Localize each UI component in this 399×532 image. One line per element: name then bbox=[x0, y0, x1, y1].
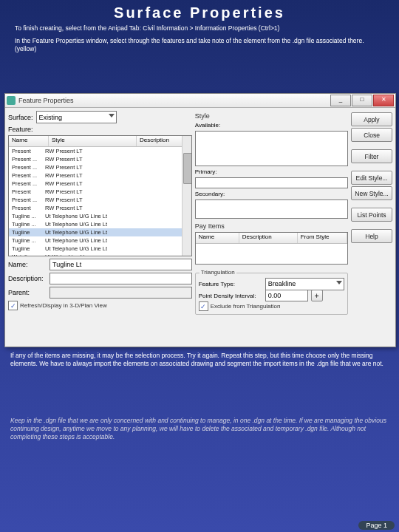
name-label: Name: bbox=[8, 261, 47, 268]
description-input[interactable] bbox=[50, 273, 192, 284]
scrollbar[interactable] bbox=[182, 136, 191, 256]
slide-title: Surface Properties bbox=[0, 0, 399, 23]
help-button[interactable]: Help bbox=[351, 229, 392, 243]
parent-label: Parent: bbox=[8, 289, 47, 296]
table-row[interactable]: Tugline ...Ut Telephone U/G Line Lt bbox=[9, 212, 191, 220]
feature-list[interactable]: Name Style Description PresentRW Present… bbox=[8, 135, 192, 256]
app-icon bbox=[7, 96, 16, 105]
surface-dropdown[interactable]: Existing bbox=[36, 111, 117, 123]
refresh-label: Refresh/Display in 3-D/Plan View bbox=[20, 302, 107, 309]
table-row[interactable]: Present ...RW Present LT bbox=[9, 196, 191, 204]
new-style-button[interactable]: New Style... bbox=[351, 186, 392, 200]
table-row[interactable]: PresentRW Present LT bbox=[9, 147, 191, 155]
point-density-input[interactable]: 0.00 bbox=[265, 290, 308, 301]
subtitle-1: To finish creating, select from the Anip… bbox=[0, 23, 399, 35]
minimize-button[interactable]: _ bbox=[330, 95, 351, 106]
titlebar[interactable]: Feature Properties _ □ ✕ bbox=[5, 94, 395, 108]
locate-button[interactable]: + bbox=[311, 290, 323, 301]
checkbox-icon: ✓ bbox=[8, 301, 18, 310]
surface-label: Surface: bbox=[8, 114, 33, 121]
name-input[interactable]: Tugline Lt bbox=[50, 259, 192, 270]
style-group-label: Style bbox=[195, 112, 348, 120]
triangulation-label: Triangulation bbox=[200, 269, 236, 276]
pi-col-name[interactable]: Name bbox=[196, 233, 239, 243]
feature-label: Feature: bbox=[8, 126, 192, 133]
dialog-title: Feature Properties bbox=[18, 97, 330, 104]
description-label: Description: bbox=[8, 275, 47, 282]
secondary-label: Secondary: bbox=[195, 191, 348, 197]
available-label: Available: bbox=[195, 122, 348, 129]
feature-list-header: Name Style Description bbox=[9, 136, 191, 147]
page-number: Page 1 bbox=[358, 521, 395, 530]
table-row[interactable]: WatelinUt Water Line Lt bbox=[9, 253, 191, 256]
point-density-label: Point Density Interval: bbox=[199, 293, 262, 299]
feature-type-dropdown[interactable]: Breakline bbox=[265, 278, 344, 290]
table-row[interactable]: PresentRW Present LT bbox=[9, 188, 191, 196]
col-style[interactable]: Style bbox=[49, 136, 137, 146]
table-row[interactable]: Present ...RW Present LT bbox=[9, 180, 191, 188]
body-text-1: If any of the items are missing, it may … bbox=[0, 349, 399, 371]
primary-field[interactable] bbox=[195, 177, 348, 188]
feature-properties-dialog: Feature Properties _ □ ✕ Surface: Existi… bbox=[4, 93, 396, 347]
table-row[interactable]: TuglineUt Telephone U/G Line Lt bbox=[9, 245, 191, 253]
edit-style-button[interactable]: Edit Style... bbox=[351, 171, 392, 185]
available-list[interactable] bbox=[195, 131, 348, 166]
table-row[interactable]: Present ...RW Present LT bbox=[9, 163, 191, 171]
checkbox-icon: ✓ bbox=[199, 301, 208, 311]
maximize-button[interactable]: □ bbox=[352, 95, 372, 106]
col-name[interactable]: Name bbox=[9, 136, 49, 146]
table-row[interactable]: Tugline ...Ut Telephone U/G Line Lt bbox=[9, 220, 191, 228]
body-text-2: Keep in the .dgn file that we are only c… bbox=[0, 414, 399, 444]
close-button-panel[interactable]: Close bbox=[351, 128, 392, 142]
table-row[interactable]: Present ...RW Present LT bbox=[9, 155, 191, 163]
filter-button[interactable]: Filter bbox=[351, 149, 392, 163]
refresh-checkbox[interactable]: ✓ Refresh/Display in 3-D/Plan View bbox=[8, 301, 192, 310]
secondary-list[interactable] bbox=[195, 200, 348, 219]
payitems-label: Pay Items bbox=[195, 222, 348, 230]
table-row[interactable]: TuglineUt Telephone U/G Line Lt bbox=[9, 228, 191, 236]
exclude-checkbox[interactable]: ✓ Exclude from Triangulation bbox=[199, 301, 344, 311]
parent-input[interactable] bbox=[50, 287, 192, 299]
apply-button[interactable]: Apply bbox=[351, 112, 392, 126]
pi-col-desc[interactable]: Description bbox=[239, 233, 298, 243]
list-points-button[interactable]: List Points bbox=[351, 208, 392, 222]
close-button[interactable]: ✕ bbox=[373, 95, 394, 106]
feature-type-label: Feature Type: bbox=[199, 281, 262, 287]
exclude-label: Exclude from Triangulation bbox=[211, 303, 281, 310]
payitems-list[interactable]: Name Description From Style bbox=[195, 232, 348, 265]
table-row[interactable]: Present ...RW Present LT bbox=[9, 171, 191, 180]
table-row[interactable]: Tugline ...Ut Telephone U/G Line Lt bbox=[9, 236, 191, 245]
triangulation-group: Triangulation Feature Type: Breakline Po… bbox=[195, 273, 348, 315]
primary-label: Primary: bbox=[195, 168, 348, 175]
subtitle-2: In the Feature Properties window, select… bbox=[0, 35, 399, 56]
table-row[interactable]: PresentRW Present LT bbox=[9, 204, 191, 212]
pi-col-from[interactable]: From Style bbox=[298, 233, 347, 243]
